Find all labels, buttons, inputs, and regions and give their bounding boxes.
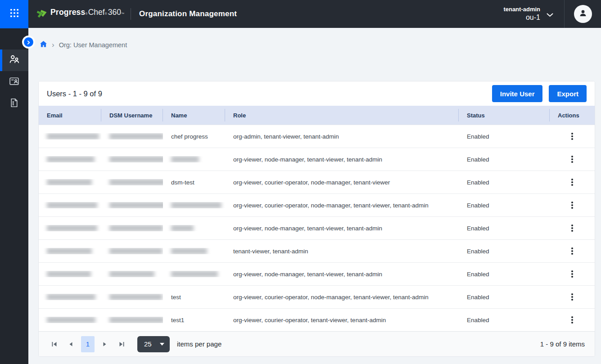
sidebar-item-user-management[interactable]	[0, 49, 28, 71]
row-actions-kebab-icon[interactable]	[567, 291, 578, 303]
redacted-name	[171, 225, 194, 231]
page-size-value: 25	[144, 340, 152, 348]
cell-status: Enabled	[459, 248, 550, 255]
redacted-dsm-username	[109, 202, 163, 208]
sidebar-item-roles[interactable]	[0, 71, 28, 93]
redacted-email	[47, 317, 95, 323]
redacted-dsm-username	[109, 248, 163, 254]
items-range-label: 1 - 9 of 9 items	[540, 340, 585, 348]
redacted-dsm-username	[109, 294, 163, 300]
chevron-right-icon	[27, 38, 31, 46]
breadcrumb: › Org: User Management	[28, 28, 601, 49]
cell-role: org-admin, tenant-viewer, tenant-admin	[225, 133, 459, 140]
brand-360: 360	[108, 8, 121, 17]
last-page-button[interactable]	[115, 338, 128, 351]
cell-name: test	[163, 294, 225, 301]
top-bar: Progress®Chef®360™ Organization Manageme…	[0, 0, 601, 28]
column-header-status: Status	[459, 106, 550, 125]
cell-name: dsm-test	[163, 179, 225, 186]
breadcrumb-current: Org: User Management	[59, 41, 127, 49]
table-row: org-viewer, node-manager, tenant-viewer,…	[39, 262, 595, 285]
users-panel: Users - 1 - 9 of 9 Invite User Export Em…	[38, 81, 595, 357]
page-size-select[interactable]: 25	[137, 336, 170, 352]
row-actions-kebab-icon[interactable]	[567, 245, 578, 257]
tenant-org-switcher[interactable]: tenant-admin ou-1	[503, 6, 553, 22]
row-actions-kebab-icon[interactable]	[567, 130, 578, 143]
redacted-dsm-username	[109, 179, 163, 185]
row-actions-kebab-icon[interactable]	[567, 199, 578, 211]
row-actions-kebab-icon[interactable]	[567, 222, 578, 234]
brand-logo: Progress®Chef®360™	[36, 8, 124, 20]
column-header-actions: Actions	[550, 106, 595, 125]
reg-mark: ®	[85, 12, 87, 15]
redacted-email	[47, 271, 91, 277]
row-actions-kebab-icon[interactable]	[567, 314, 578, 326]
breadcrumb-chevron: ›	[52, 41, 54, 49]
cell-role: org-viewer, courier-operator, tenant-vie…	[225, 317, 459, 324]
redacted-email	[47, 294, 95, 300]
row-actions-kebab-icon[interactable]	[567, 268, 578, 280]
cell-role: org-viewer, courier-operator, node-manag…	[225, 294, 459, 301]
row-actions-kebab-icon[interactable]	[567, 153, 578, 166]
sidebar-expand-button[interactable]	[24, 37, 33, 47]
cell-status: Enabled	[459, 179, 550, 186]
caret-down-icon	[160, 343, 164, 346]
tm-mark: ™	[121, 12, 124, 15]
brand-chef: Chef	[88, 8, 105, 17]
table-row: org-viewer, node-manager, tenant-viewer,…	[39, 148, 595, 171]
cell-name: chef progress	[163, 133, 225, 140]
column-header-name: Name	[163, 106, 225, 125]
next-page-button[interactable]	[99, 338, 111, 351]
user-avatar-button[interactable]	[574, 5, 592, 23]
redacted-name	[171, 156, 199, 162]
redacted-email	[47, 179, 92, 185]
redacted-email	[47, 156, 95, 162]
waffle-grid-icon	[9, 8, 19, 20]
invite-user-button[interactable]: Invite User	[492, 85, 543, 102]
redacted-email	[47, 248, 92, 254]
cell-status: Enabled	[459, 202, 550, 209]
redacted-name	[171, 248, 207, 254]
redacted-dsm-username	[109, 156, 163, 162]
cell-role: org-viewer, node-manager, tenant-viewer,…	[225, 156, 459, 163]
progress-chevron-icon	[35, 7, 48, 22]
brand-progress: Progress	[50, 8, 85, 17]
header-divider	[131, 8, 131, 20]
cell-name: test1	[163, 317, 225, 324]
page-title: Organization Management	[139, 9, 237, 18]
column-header-role: Role	[225, 106, 459, 125]
tenant-role-label: tenant-admin	[503, 6, 540, 13]
row-actions-kebab-icon[interactable]	[567, 176, 578, 189]
previous-page-button[interactable]	[64, 338, 77, 351]
redacted-dsm-username	[109, 133, 163, 139]
table-row: test1 org-viewer, courier-operator, tena…	[39, 308, 595, 331]
redacted-name	[171, 202, 221, 208]
table-row: tenant-viewer, tenant-admin Enabled	[39, 239, 595, 262]
table-row: org-viewer, node-manager, tenant-viewer,…	[39, 216, 595, 239]
cell-status: Enabled	[459, 317, 550, 324]
users-count-title: Users - 1 - 9 of 9	[47, 90, 102, 98]
users-icon	[9, 54, 20, 67]
cell-role: org-viewer, courier-operator, node-manag…	[225, 179, 459, 186]
column-header-email: Email	[39, 106, 101, 125]
main-content: › Org: User Management Users - 1 - 9 of …	[28, 28, 601, 364]
redacted-name	[171, 271, 218, 277]
column-header-dsm-username: DSM Username	[101, 106, 163, 125]
cell-role: org-viewer, courier-operator, node-manag…	[225, 202, 459, 209]
home-icon[interactable]	[40, 40, 47, 49]
cell-status: Enabled	[459, 156, 550, 163]
person-icon	[578, 8, 588, 20]
chevron-down-icon	[547, 11, 553, 19]
first-page-button[interactable]	[48, 338, 60, 351]
org-unit-label: ou-1	[503, 13, 540, 22]
pagination-bar: 1 25 items per page 1 - 9 of 9 items	[39, 331, 595, 356]
redacted-dsm-username	[109, 225, 163, 231]
table-row: test org-viewer, courier-operator, node-…	[39, 285, 595, 308]
app-launcher-button[interactable]	[0, 0, 28, 28]
redacted-email	[47, 202, 97, 208]
export-button[interactable]: Export	[549, 85, 587, 102]
cell-status: Enabled	[459, 294, 550, 301]
sidebar-item-audit[interactable]	[0, 93, 28, 114]
page-number-button[interactable]: 1	[81, 336, 95, 352]
table-row: chef progress org-admin, tenant-viewer, …	[39, 125, 595, 148]
